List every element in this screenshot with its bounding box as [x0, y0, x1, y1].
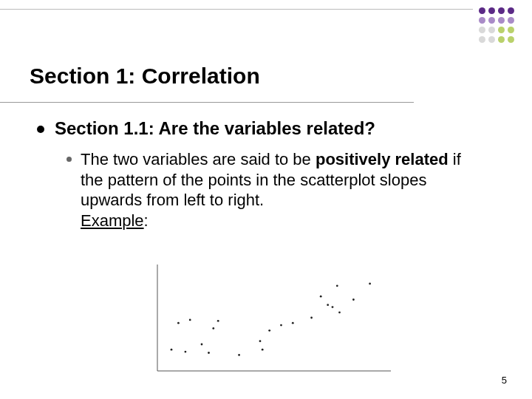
svg-point-10: [238, 354, 240, 356]
svg-point-12: [259, 340, 262, 342]
bullet-level2: The two variables are said to be positiv…: [66, 149, 488, 231]
bullet-level1: Section 1.1: Are the variables related?: [37, 118, 488, 139]
lvl2-part1: The two variables are said to be: [81, 150, 316, 168]
lvl2-bold: positively related: [316, 150, 449, 168]
svg-point-5: [189, 319, 191, 321]
corner-decoration: [479, 7, 516, 44]
svg-point-18: [327, 304, 329, 306]
svg-point-15: [292, 322, 294, 324]
slide-title: Section 1: Correlation: [30, 64, 260, 89]
top-rule: [0, 9, 473, 10]
svg-point-22: [352, 299, 355, 301]
deco-dot: [508, 27, 514, 33]
deco-dot: [498, 7, 505, 14]
deco-dot: [488, 27, 495, 33]
deco-dot: [479, 17, 485, 24]
svg-point-9: [217, 320, 219, 322]
svg-point-8: [212, 327, 214, 330]
deco-dot: [508, 36, 514, 43]
bullet1-icon: [37, 126, 44, 133]
svg-point-21: [338, 311, 341, 313]
deco-dot: [498, 36, 505, 43]
lvl1-text: Section 1.1: Are the variables related?: [55, 118, 375, 139]
deco-dot: [498, 27, 505, 33]
deco-dot: [508, 7, 514, 14]
scatterplot-svg: [144, 260, 395, 378]
svg-point-20: [336, 284, 338, 287]
svg-point-23: [369, 283, 371, 285]
svg-point-17: [320, 296, 322, 298]
svg-point-11: [262, 349, 264, 351]
deco-dot: [498, 17, 505, 24]
deco-dot: [479, 7, 485, 14]
title-underline: [0, 102, 414, 103]
deco-dot: [479, 27, 485, 33]
deco-dot: [479, 36, 485, 43]
svg-point-13: [268, 330, 270, 332]
deco-dot: [488, 7, 495, 14]
deco-dot: [488, 17, 495, 24]
svg-point-16: [310, 317, 313, 319]
svg-point-19: [332, 306, 334, 308]
body-content: Section 1.1: Are the variables related? …: [37, 118, 488, 231]
svg-point-4: [185, 351, 187, 353]
svg-point-14: [280, 324, 282, 327]
lvl2-text: The two variables are said to be positiv…: [81, 149, 488, 231]
lvl2-example: Example: [81, 211, 144, 230]
svg-point-2: [171, 349, 173, 351]
bullet2-icon: [66, 157, 72, 162]
page-number: 5: [502, 375, 507, 386]
svg-point-7: [208, 352, 210, 354]
svg-point-6: [201, 344, 203, 346]
deco-dot: [488, 36, 495, 43]
scatterplot: [144, 260, 395, 378]
deco-dot: [508, 17, 514, 24]
lvl2-colon: :: [144, 211, 149, 230]
svg-point-3: [177, 322, 180, 324]
